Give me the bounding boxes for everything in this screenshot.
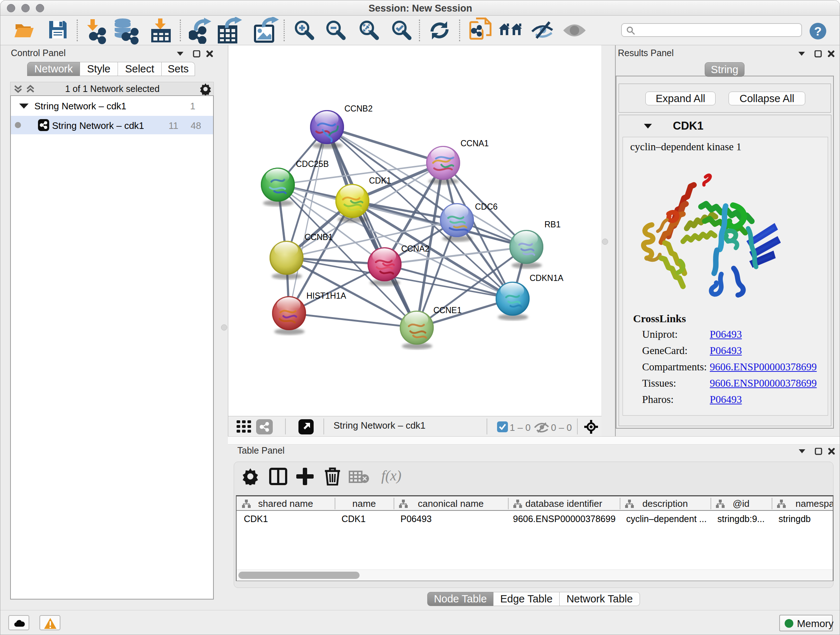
- svg-text:CCNB2: CCNB2: [344, 104, 373, 113]
- svg-text:CDC6: CDC6: [475, 202, 498, 211]
- svg-text:CCNA1: CCNA1: [461, 139, 489, 148]
- svg-text:CDK1: CDK1: [369, 176, 391, 185]
- svg-text:CDKN1A: CDKN1A: [530, 273, 564, 283]
- svg-text:CDC25B: CDC25B: [296, 159, 329, 169]
- svg-text:HIST1H1A: HIST1H1A: [306, 291, 347, 301]
- svg-text:RB1: RB1: [545, 220, 561, 229]
- svg-text:CCNB1: CCNB1: [305, 233, 333, 242]
- svg-text:CCNE1: CCNE1: [433, 306, 462, 315]
- svg-text:CCNA2: CCNA2: [401, 244, 429, 253]
